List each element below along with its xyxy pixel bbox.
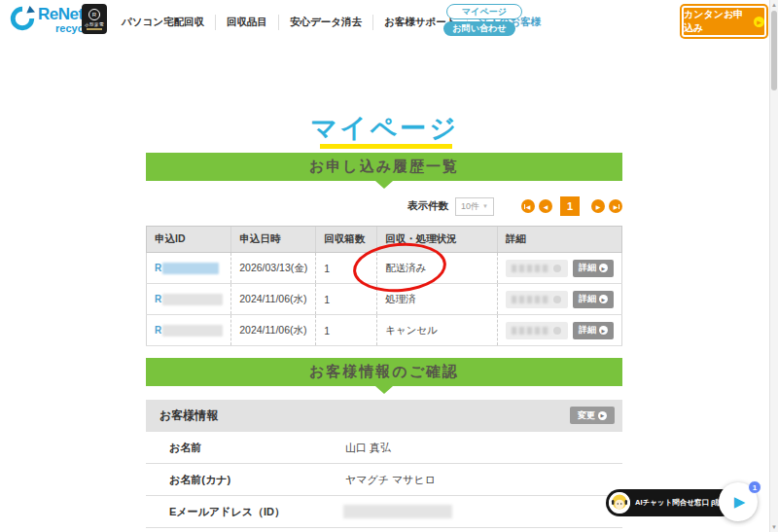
display-count-select[interactable]: 10件 ▼ bbox=[455, 197, 494, 216]
field-label: お名前 bbox=[169, 441, 201, 455]
order-id-link[interactable]: R bbox=[155, 293, 223, 304]
change-label: 変更 bbox=[578, 409, 595, 422]
order-id-link[interactable]: R bbox=[155, 324, 223, 336]
order-date: 2024/11/06(水) bbox=[231, 284, 316, 315]
customer-section-banner: お客様情報のご確認 bbox=[146, 358, 622, 386]
nav-item-items[interactable]: 回収品目 bbox=[215, 15, 278, 30]
order-id-link[interactable]: R bbox=[155, 262, 219, 273]
scroll-down-arrow-icon[interactable]: ▼ bbox=[770, 524, 778, 530]
order-date: 2026/03/13(金) bbox=[231, 253, 316, 284]
play-icon: ▶ bbox=[734, 493, 746, 511]
chat-unread-badge: 1 bbox=[748, 480, 761, 494]
brand-name: ReNet bbox=[38, 5, 84, 23]
pagination: ◀ ◀ 1 ▶ ▶ bbox=[521, 196, 622, 216]
field-value: ヤマグチ マサヒロ bbox=[345, 473, 436, 487]
table-header-row: 申込ID 申込日時 回収箱数 回収・処理状況 詳細 bbox=[147, 227, 622, 253]
order-id-prefix: R bbox=[155, 294, 161, 304]
title-underline bbox=[320, 144, 452, 149]
blurred-label bbox=[512, 296, 550, 303]
ai-chat-widget: AIチャット問合せ窓口 β版 ▶ 1 bbox=[604, 480, 771, 527]
field-label: お名前(カナ) bbox=[169, 473, 230, 487]
order-id-redacted bbox=[162, 325, 223, 337]
field-label: Eメールアドレス（ID） bbox=[169, 505, 285, 519]
customer-info-title: お客様情報 bbox=[159, 408, 218, 424]
customer-info-panel-header: お客様情報 変更 ▶ bbox=[146, 400, 622, 432]
arrow-right-icon: ▶ bbox=[599, 295, 608, 303]
chat-mascot-icon bbox=[609, 492, 630, 514]
blurred-label bbox=[512, 265, 550, 272]
receipt-button-disabled[interactable] bbox=[506, 291, 568, 308]
first-page-button[interactable]: ◀ bbox=[521, 199, 535, 213]
arrow-right-icon: ▶ bbox=[599, 326, 608, 335]
list-controls: 表示件数 10件 ▼ ◀ ◀ 1 ▶ ▶ bbox=[146, 195, 622, 217]
change-button[interactable]: 変更 ▶ bbox=[570, 407, 615, 424]
table-row: R 2024/11/06(水) 1 処理済 詳細▶ bbox=[147, 284, 622, 315]
prev-page-button[interactable]: ◀ bbox=[539, 199, 552, 213]
detail-label: 詳細 bbox=[579, 293, 596, 305]
ai-chat-pill-button[interactable]: AIチャット問合せ窓口 β版 bbox=[606, 489, 735, 516]
arrow-right-icon: ▶ bbox=[598, 411, 607, 420]
order-date: 2024/11/06(水) bbox=[231, 315, 316, 346]
current-page-button[interactable]: 1 bbox=[560, 196, 580, 216]
easy-apply-label: カンタンお申込み bbox=[684, 8, 751, 35]
cert-badge-bar bbox=[87, 28, 102, 30]
field-value: 山口 真弘 bbox=[345, 441, 391, 455]
ai-chat-label: AIチャット問合せ窓口 β版 bbox=[635, 498, 723, 508]
detail-button[interactable]: 詳細▶ bbox=[573, 322, 614, 339]
order-history-table: 申込ID 申込日時 回収箱数 回収・処理状況 詳細 R 2026/03/13(金… bbox=[146, 226, 622, 346]
col-header-box-count: 回収箱数 bbox=[316, 227, 377, 253]
status-text: キャンセル bbox=[377, 315, 498, 346]
kogata-kaden-cert-badge: R 小型家電 bbox=[82, 4, 107, 34]
nav-item-pc-pickup[interactable]: パソコン宅配回収 bbox=[111, 15, 215, 30]
mypage-pill-button[interactable]: マイページ bbox=[446, 4, 522, 19]
contact-pill-button[interactable]: お問い合わせ bbox=[443, 21, 515, 36]
vertical-scrollbar[interactable]: ▲ ▼ bbox=[769, 0, 778, 532]
blurred-icon bbox=[553, 296, 561, 303]
order-id-redacted bbox=[162, 263, 219, 274]
next-page-button[interactable]: ▶ bbox=[591, 199, 605, 213]
table-row: R 2026/03/13(金) 1 配送済み 詳細▶ bbox=[147, 253, 622, 284]
box-count: 1 bbox=[316, 315, 377, 346]
page: ReNet.jp recycle R 小型家電 パソコン宅配回収 回収品目 安心… bbox=[0, 0, 778, 532]
arrow-right-icon: ▶ bbox=[754, 17, 764, 27]
status-text: 配送済み bbox=[377, 253, 498, 284]
recycle-arrow-icon bbox=[10, 6, 35, 31]
cert-mark-icon: R bbox=[88, 9, 100, 20]
order-id-redacted bbox=[162, 294, 223, 305]
col-header-status: 回収・処理状況 bbox=[377, 227, 498, 253]
receipt-button-disabled[interactable] bbox=[506, 260, 568, 277]
renet-logo[interactable]: ReNet.jp recycle bbox=[10, 6, 92, 34]
easy-apply-button[interactable]: カンタンお申込み ▶ bbox=[682, 6, 766, 37]
site-header: ReNet.jp recycle R 小型家電 パソコン宅配回収 回収品目 安心… bbox=[0, 0, 769, 45]
history-section-banner: お申し込み履歴一覧 bbox=[146, 153, 622, 181]
detail-button[interactable]: 詳細▶ bbox=[573, 260, 614, 277]
display-count-value: 10件 bbox=[461, 200, 479, 213]
col-header-detail: 詳細 bbox=[497, 227, 621, 253]
field-row-name: お名前 山口 真弘 bbox=[146, 432, 622, 464]
table-row: R 2024/11/06(水) 1 キャンセル 詳細▶ bbox=[147, 315, 622, 346]
chevron-down-icon: ▼ bbox=[482, 203, 488, 209]
detail-label: 詳細 bbox=[579, 262, 596, 274]
order-id-prefix: R bbox=[155, 263, 161, 273]
email-redacted-value bbox=[343, 505, 452, 518]
detail-button[interactable]: 詳細▶ bbox=[573, 291, 614, 308]
last-page-button[interactable]: ▶ bbox=[609, 199, 622, 213]
receipt-button-disabled[interactable] bbox=[506, 322, 568, 339]
customer-fields: お名前 山口 真弘 お名前(カナ) ヤマグチ マサヒロ Eメールアドレス（ID） bbox=[146, 432, 622, 528]
nav-item-data-erase[interactable]: 安心データ消去 bbox=[278, 15, 372, 30]
page-title: マイページ bbox=[0, 111, 769, 146]
status-text: 処理済 bbox=[377, 284, 498, 315]
box-count: 1 bbox=[316, 284, 377, 315]
detail-label: 詳細 bbox=[579, 324, 596, 337]
box-count: 1 bbox=[316, 253, 377, 284]
col-header-order-id: 申込ID bbox=[147, 227, 231, 253]
col-header-order-date: 申込日時 bbox=[231, 227, 316, 253]
cert-badge-label: 小型家電 bbox=[85, 22, 104, 27]
blurred-icon bbox=[553, 265, 561, 272]
blurred-label bbox=[512, 327, 550, 335]
scroll-up-arrow-icon[interactable]: ▲ bbox=[770, 2, 778, 8]
scrollbar-thumb[interactable] bbox=[771, 11, 777, 90]
order-id-prefix: R bbox=[155, 325, 161, 336]
arrow-right-icon: ▶ bbox=[599, 264, 608, 272]
field-row-email: Eメールアドレス（ID） bbox=[146, 496, 622, 528]
